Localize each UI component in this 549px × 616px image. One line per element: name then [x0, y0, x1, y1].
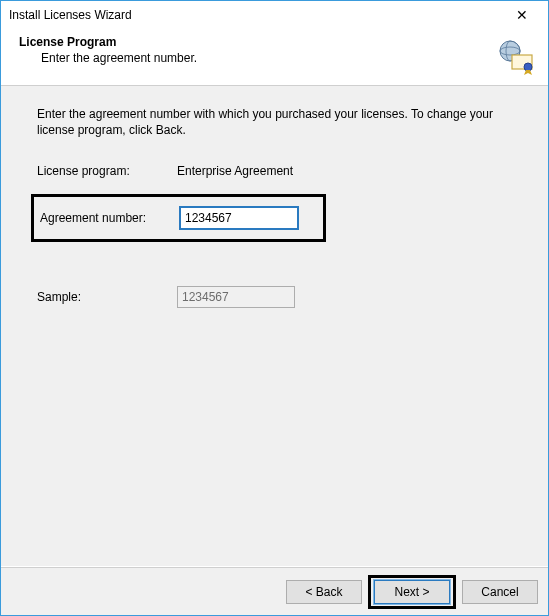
sample-label: Sample:	[37, 290, 177, 304]
close-button[interactable]: ✕	[502, 3, 542, 27]
cancel-button[interactable]: Cancel	[462, 580, 538, 604]
agreement-highlight: Agreement number:	[31, 194, 326, 242]
next-button[interactable]: Next >	[374, 580, 450, 604]
svg-point-3	[524, 63, 532, 71]
license-program-value: Enterprise Agreement	[177, 164, 293, 178]
page-heading: License Program	[19, 35, 538, 49]
agreement-number-label: Agreement number:	[40, 211, 180, 225]
window-title: Install Licenses Wizard	[9, 8, 132, 22]
wizard-content: Enter the agreement number with which yo…	[1, 86, 548, 566]
sample-row: Sample:	[37, 286, 512, 308]
sample-input	[177, 286, 295, 308]
license-program-label: License program:	[37, 164, 177, 178]
license-program-row: License program: Enterprise Agreement	[37, 164, 512, 178]
back-button[interactable]: < Back	[286, 580, 362, 604]
agreement-number-input[interactable]	[180, 207, 298, 229]
next-highlight: Next >	[368, 575, 456, 609]
wizard-header: License Program Enter the agreement numb…	[1, 29, 548, 85]
intro-text: Enter the agreement number with which yo…	[37, 106, 512, 138]
title-bar: Install Licenses Wizard ✕	[1, 1, 548, 29]
wizard-icon	[496, 37, 536, 77]
wizard-footer: < Back Next > Cancel	[1, 567, 548, 615]
close-icon: ✕	[516, 7, 528, 23]
page-subtitle: Enter the agreement number.	[19, 49, 538, 65]
